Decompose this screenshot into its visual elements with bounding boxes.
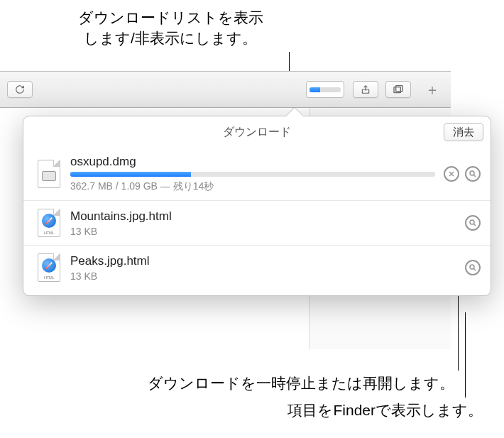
html-file-icon: HTML (38, 253, 60, 282)
show-in-finder-button[interactable] (465, 215, 481, 231)
share-icon (361, 84, 371, 94)
magnify-icon (469, 170, 477, 178)
popover-title: ダウンロード (223, 125, 291, 140)
svg-rect-2 (396, 86, 402, 92)
svg-point-3 (470, 171, 474, 175)
download-body: osxupd.dmg 362.7 MB / 1.09 GB — 残り14秒 (70, 155, 435, 193)
show-in-finder-button[interactable] (465, 260, 481, 275)
download-icon: HTML (36, 208, 62, 238)
show-tabs-button[interactable] (385, 81, 411, 98)
svg-rect-1 (394, 87, 400, 93)
download-filename: osxupd.dmg (70, 155, 435, 169)
download-item[interactable]: HTML Mountains.jpg.html13 KB (23, 200, 491, 245)
download-meta: 13 KB (70, 270, 456, 282)
browser-toolbar: ＋ (0, 71, 451, 108)
callout-line (465, 312, 466, 398)
popover-arrow (285, 108, 302, 116)
show-in-finder-button[interactable] (465, 166, 481, 182)
clear-button[interactable]: 消去 (444, 123, 483, 141)
popover-header: ダウンロード 消去 (23, 116, 491, 148)
download-body: Mountains.jpg.html13 KB (70, 209, 456, 237)
share-button[interactable] (353, 81, 378, 98)
stop-download-button[interactable] (444, 166, 459, 182)
download-actions (465, 260, 481, 275)
download-item[interactable]: osxupd.dmg 362.7 MB / 1.09 GB — 残り14秒 (23, 148, 491, 200)
downloads-popover: ダウンロード 消去 osxupd.dmg 362.7 MB / 1.09 GB … (23, 116, 491, 296)
download-item[interactable]: HTML Peaks.jpg.html13 KB (23, 245, 491, 290)
reload-button[interactable] (7, 81, 33, 98)
download-meta: 362.7 MB / 1.09 GB — 残り14秒 (70, 180, 435, 193)
download-progress-fill (70, 172, 191, 177)
tabs-icon (393, 84, 404, 94)
downloads-list: osxupd.dmg 362.7 MB / 1.09 GB — 残り14秒 HT… (23, 148, 491, 295)
downloads-progress-bar (309, 87, 341, 92)
download-filename: Mountains.jpg.html (70, 209, 456, 224)
close-icon (447, 170, 456, 178)
magnify-icon (469, 263, 477, 272)
annotation-show-hide: ダウンロードリストを表示 します/非表示にします。 (64, 7, 277, 49)
annotation-pause-resume: ダウンロードを一時停止または再開します。 (57, 373, 454, 393)
download-filename: Peaks.jpg.html (70, 254, 456, 268)
downloads-progress-fill (309, 87, 320, 92)
downloads-button[interactable] (306, 81, 344, 98)
download-meta: 13 KB (70, 226, 456, 237)
dmg-file-icon (38, 160, 60, 188)
download-body: Peaks.jpg.html13 KB (70, 254, 456, 282)
svg-point-5 (470, 265, 474, 269)
html-file-icon: HTML (38, 209, 60, 237)
download-actions (465, 215, 481, 231)
download-progress-bar (70, 172, 435, 177)
new-tab-button[interactable]: ＋ (420, 80, 445, 99)
magnify-icon (469, 219, 477, 227)
reload-icon (15, 84, 25, 94)
download-icon (36, 159, 62, 189)
plus-icon: ＋ (425, 80, 439, 99)
download-icon: HTML (36, 253, 62, 283)
annotation-show-in-finder: 項目をFinderで表示します。 (213, 400, 483, 420)
svg-point-4 (470, 220, 474, 224)
download-actions (444, 166, 481, 182)
